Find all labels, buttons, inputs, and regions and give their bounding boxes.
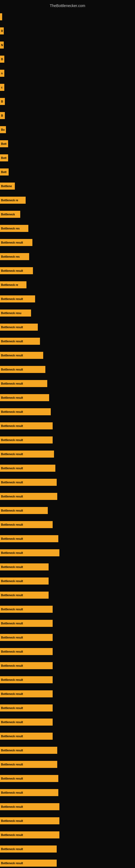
bar-item: Bottleneck result bbox=[0, 462, 55, 474]
bar-text: Bottleneck result bbox=[1, 777, 23, 780]
bar-text: Bottleneck result bbox=[1, 735, 23, 738]
bar-text: Bottleneck re bbox=[1, 283, 18, 286]
bar-track: Bottleneck result bbox=[0, 493, 57, 500]
bar-track: Bottleneck res bbox=[0, 225, 28, 232]
bar-text: Bottleneck result bbox=[1, 439, 23, 442]
bar-track: n bbox=[0, 70, 4, 77]
bar-item: Bottleneck result bbox=[0, 688, 53, 700]
bar-text: Bottleneck result bbox=[1, 269, 23, 272]
bar-text: Bottleneck result bbox=[1, 650, 23, 653]
bar-item: Bo bbox=[0, 124, 6, 135]
bar-item: Bottleneck result bbox=[0, 603, 53, 615]
bar-item: Bottleneck result bbox=[0, 660, 53, 672]
bar-text: Bottleneck res bbox=[1, 255, 20, 258]
bar-text: Bottleneck result bbox=[1, 481, 23, 484]
bar-item: Bottleneck result bbox=[0, 646, 53, 657]
bar-track: Bottleneck result bbox=[0, 563, 49, 570]
bar-item: Bott bbox=[0, 152, 8, 164]
bar-track: B bbox=[0, 56, 4, 63]
bar-text: Bottleneck result bbox=[1, 326, 23, 329]
bar-text: Bottleneck result bbox=[1, 608, 23, 611]
bar-track: Bottleneck result bbox=[0, 465, 55, 472]
bar-item: Bottleneck result bbox=[0, 349, 43, 361]
bar-track: Bottleneck result bbox=[0, 578, 49, 585]
bar-item: Bottleneck result bbox=[0, 392, 49, 404]
bar-text: Bottleneck bbox=[1, 213, 15, 216]
bar-item: Bottleneck result bbox=[0, 335, 40, 347]
bar-track: Bottleneck re bbox=[0, 281, 27, 288]
bar-track: c bbox=[0, 84, 4, 91]
bar-text: Bottleneck result bbox=[1, 552, 23, 554]
bar-item: Bott bbox=[0, 138, 8, 150]
bar-item: Bottleneck result bbox=[0, 434, 53, 446]
bar-track: B bbox=[0, 112, 5, 119]
bar-track: Bottleneck result bbox=[0, 761, 57, 768]
bar-item: R bbox=[0, 25, 4, 37]
bar-item: B bbox=[0, 53, 4, 65]
bar-item: Bottleneck result bbox=[0, 448, 54, 460]
site-title: TheBottlenecker.com bbox=[0, 1, 135, 10]
bar-item: Bottleneck resu bbox=[0, 307, 31, 319]
bar-track: N bbox=[0, 41, 4, 49]
bar-track: Bottleneck result bbox=[0, 718, 53, 725]
bar-text: Bottleneck result bbox=[1, 298, 23, 301]
bar-track: Bo bbox=[0, 126, 6, 133]
bar-item: Bottleneck result bbox=[0, 815, 59, 827]
bar-item: Bottleneck result bbox=[0, 575, 49, 587]
bar-item: Bottleneck result bbox=[0, 476, 57, 488]
bar-text: Bottleneck result bbox=[1, 340, 23, 343]
bar-track: Bottleneck result bbox=[0, 676, 53, 683]
bar-text: Bo bbox=[1, 128, 5, 131]
bar-track: Bottleneck result bbox=[0, 338, 40, 345]
bar-track: Bottleneck result bbox=[0, 479, 57, 486]
bar-track: Bottleneck result bbox=[0, 634, 53, 641]
bar-track: Bottleneck result bbox=[0, 436, 53, 443]
bar-item: N bbox=[0, 39, 4, 51]
bar-item: Bottleneck result bbox=[0, 801, 59, 813]
bar-text: Bottleneck result bbox=[1, 410, 23, 413]
bar-item: Bott bbox=[0, 166, 9, 178]
bar-track: Bottleneck result bbox=[0, 662, 53, 669]
bar-item: Bottleneck result bbox=[0, 265, 33, 277]
bar-track: Bottleneck resu bbox=[0, 310, 31, 316]
bar-item: Bottleneck result bbox=[0, 843, 57, 855]
bar-item bbox=[0, 11, 2, 23]
bar-track: Bottleneck result bbox=[0, 606, 53, 613]
bar-text: Bottleneck result bbox=[1, 467, 23, 470]
bar-text: n bbox=[1, 72, 3, 75]
bar-item: Bottleneck result bbox=[0, 589, 49, 601]
bar-track: Bottleneck result bbox=[0, 422, 53, 429]
bar-item: Bottleneck result bbox=[0, 406, 51, 418]
bar-track: Bottleneck result bbox=[0, 860, 57, 867]
bar-text: Bottleneck result bbox=[1, 819, 23, 823]
bar-text: N bbox=[1, 44, 3, 46]
bar-track: Bottleneck result bbox=[0, 803, 59, 810]
bar-text: B bbox=[1, 100, 3, 103]
bar-item: Bottleneck result bbox=[0, 490, 57, 502]
bar-track: Bottleneck result bbox=[0, 451, 54, 458]
bar-track: Bottleneck result bbox=[0, 380, 47, 387]
bar-item: c bbox=[0, 82, 4, 93]
bar-track: Bottleneck result bbox=[0, 267, 33, 274]
bar-item: B bbox=[0, 95, 5, 107]
bar-track: Bott bbox=[0, 140, 8, 147]
bar-track: Bottleneck result bbox=[0, 592, 49, 599]
bar-track: Bottleneck result bbox=[0, 394, 49, 401]
bar-text: Bottleneck result bbox=[1, 805, 23, 808]
bar-text: Bottleneck result bbox=[1, 565, 23, 568]
bar-track: Bottleneck result bbox=[0, 620, 53, 627]
bar-track: Bottleneck result bbox=[0, 352, 43, 359]
bar-text: Bottleneck result bbox=[1, 763, 23, 766]
bar-track: Bottleneck result bbox=[0, 705, 53, 712]
bar-item: Bottleneck result bbox=[0, 702, 53, 714]
bar-track: Bottleneck result bbox=[0, 733, 53, 740]
bar-item: Bottleneck result bbox=[0, 237, 32, 248]
bar-track: Bottleneck result bbox=[0, 521, 53, 528]
bar-item: Bottleneck result bbox=[0, 829, 59, 841]
bar-item: Bottleneck result bbox=[0, 674, 53, 686]
bar-text: Bottleneck re bbox=[1, 199, 18, 202]
bar-text: Bottleneck result bbox=[1, 509, 23, 512]
bar-text: Bottleneck result bbox=[1, 791, 23, 794]
bar-track: Bottleneck res bbox=[0, 253, 29, 260]
bar-text: Bottleneck result bbox=[1, 721, 23, 724]
